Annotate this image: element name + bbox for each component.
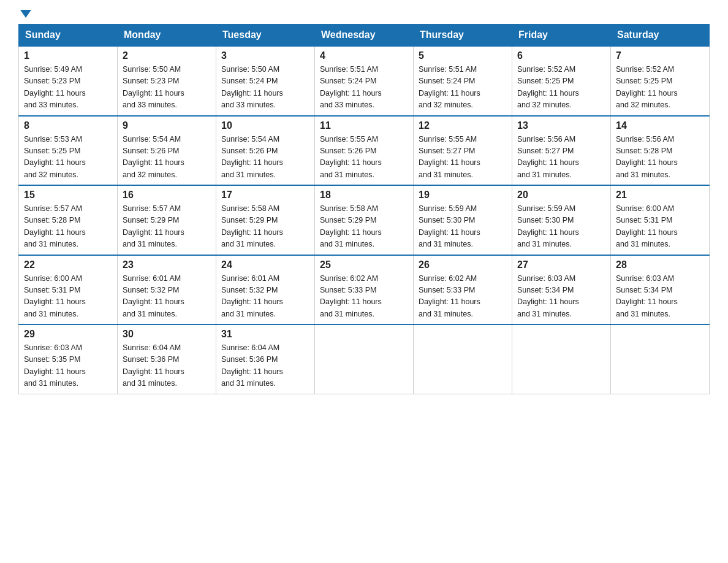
calendar-cell: 25Sunrise: 6:02 AMSunset: 5:33 PMDayligh… [315, 255, 414, 325]
day-number: 16 [123, 190, 211, 201]
day-number: 13 [517, 120, 605, 131]
day-number: 1 [24, 50, 112, 61]
day-info: Sunrise: 5:58 AMSunset: 5:29 PMDaylight:… [320, 203, 408, 251]
day-info: Sunrise: 6:04 AMSunset: 5:36 PMDaylight:… [123, 342, 211, 390]
day-info: Sunrise: 5:57 AMSunset: 5:29 PMDaylight:… [123, 203, 211, 251]
calendar-cell: 9Sunrise: 5:54 AMSunset: 5:26 PMDaylight… [118, 116, 216, 186]
weekday-header-thursday: Thursday [414, 25, 512, 47]
day-number: 14 [616, 120, 704, 131]
day-number: 3 [221, 50, 309, 61]
day-info: Sunrise: 5:51 AMSunset: 5:24 PMDaylight:… [419, 64, 507, 112]
day-info: Sunrise: 5:52 AMSunset: 5:25 PMDaylight:… [616, 64, 704, 112]
weekday-header-saturday: Saturday [611, 25, 710, 47]
calendar-cell: 16Sunrise: 5:57 AMSunset: 5:29 PMDayligh… [118, 185, 216, 255]
logo-row1 [18, 12, 31, 18]
day-number: 8 [24, 120, 112, 131]
calendar-week-2: 8Sunrise: 5:53 AMSunset: 5:25 PMDaylight… [19, 116, 710, 186]
day-number: 27 [517, 259, 605, 270]
calendar-week-5: 29Sunrise: 6:03 AMSunset: 5:35 PMDayligh… [19, 324, 710, 394]
day-info: Sunrise: 5:55 AMSunset: 5:26 PMDaylight:… [320, 134, 408, 182]
calendar-cell [414, 324, 512, 394]
day-info: Sunrise: 5:58 AMSunset: 5:29 PMDaylight:… [221, 203, 309, 251]
day-info: Sunrise: 5:57 AMSunset: 5:28 PMDaylight:… [24, 203, 112, 251]
calendar-cell [611, 324, 710, 394]
calendar-cell: 18Sunrise: 5:58 AMSunset: 5:29 PMDayligh… [315, 185, 414, 255]
day-number: 12 [419, 120, 507, 131]
calendar-cell: 7Sunrise: 5:52 AMSunset: 5:25 PMDaylight… [611, 46, 710, 116]
day-number: 11 [320, 120, 408, 131]
day-number: 19 [419, 190, 507, 201]
day-info: Sunrise: 6:03 AMSunset: 5:34 PMDaylight:… [517, 273, 605, 321]
calendar-cell: 2Sunrise: 5:50 AMSunset: 5:23 PMDaylight… [118, 46, 216, 116]
day-number: 18 [320, 190, 408, 201]
calendar-cell: 10Sunrise: 5:54 AMSunset: 5:26 PMDayligh… [216, 116, 315, 186]
day-number: 23 [123, 259, 211, 270]
day-number: 22 [24, 259, 112, 270]
day-number: 24 [221, 259, 309, 270]
day-info: Sunrise: 6:00 AMSunset: 5:31 PMDaylight:… [24, 273, 112, 321]
day-info: Sunrise: 6:02 AMSunset: 5:33 PMDaylight:… [419, 273, 507, 321]
weekday-header-tuesday: Tuesday [216, 25, 315, 47]
day-info: Sunrise: 6:03 AMSunset: 5:35 PMDaylight:… [24, 342, 112, 390]
day-number: 9 [123, 120, 211, 131]
logo [18, 12, 31, 18]
weekday-header-friday: Friday [512, 25, 611, 47]
calendar-table: SundayMondayTuesdayWednesdayThursdayFrid… [18, 24, 710, 394]
calendar-cell: 27Sunrise: 6:03 AMSunset: 5:34 PMDayligh… [512, 255, 611, 325]
calendar-cell: 21Sunrise: 6:00 AMSunset: 5:31 PMDayligh… [611, 185, 710, 255]
day-info: Sunrise: 5:50 AMSunset: 5:24 PMDaylight:… [221, 64, 309, 112]
calendar-cell: 3Sunrise: 5:50 AMSunset: 5:24 PMDaylight… [216, 46, 315, 116]
logo-triangle-icon [20, 10, 31, 18]
weekday-header-sunday: Sunday [19, 25, 118, 47]
weekday-header-wednesday: Wednesday [315, 25, 414, 47]
calendar-cell: 28Sunrise: 6:03 AMSunset: 5:34 PMDayligh… [611, 255, 710, 325]
day-info: Sunrise: 5:49 AMSunset: 5:23 PMDaylight:… [24, 64, 112, 112]
page: SundayMondayTuesdayWednesdayThursdayFrid… [0, 0, 728, 413]
day-info: Sunrise: 6:01 AMSunset: 5:32 PMDaylight:… [123, 273, 211, 321]
day-number: 29 [24, 329, 112, 340]
day-info: Sunrise: 5:55 AMSunset: 5:27 PMDaylight:… [419, 134, 507, 182]
day-number: 6 [517, 50, 605, 61]
day-number: 10 [221, 120, 309, 131]
calendar-cell: 22Sunrise: 6:00 AMSunset: 5:31 PMDayligh… [19, 255, 118, 325]
calendar-cell: 15Sunrise: 5:57 AMSunset: 5:28 PMDayligh… [19, 185, 118, 255]
day-number: 5 [419, 50, 507, 61]
calendar-cell: 6Sunrise: 5:52 AMSunset: 5:25 PMDaylight… [512, 46, 611, 116]
calendar-cell: 17Sunrise: 5:58 AMSunset: 5:29 PMDayligh… [216, 185, 315, 255]
day-info: Sunrise: 5:54 AMSunset: 5:26 PMDaylight:… [123, 134, 211, 182]
day-info: Sunrise: 6:00 AMSunset: 5:31 PMDaylight:… [616, 203, 704, 251]
day-info: Sunrise: 5:51 AMSunset: 5:24 PMDaylight:… [320, 64, 408, 112]
day-number: 15 [24, 190, 112, 201]
day-info: Sunrise: 5:56 AMSunset: 5:28 PMDaylight:… [616, 134, 704, 182]
calendar-cell: 30Sunrise: 6:04 AMSunset: 5:36 PMDayligh… [118, 324, 216, 394]
header [18, 12, 710, 18]
day-info: Sunrise: 6:02 AMSunset: 5:33 PMDaylight:… [320, 273, 408, 321]
day-number: 4 [320, 50, 408, 61]
day-info: Sunrise: 5:52 AMSunset: 5:25 PMDaylight:… [517, 64, 605, 112]
calendar-cell [512, 324, 611, 394]
day-info: Sunrise: 5:50 AMSunset: 5:23 PMDaylight:… [123, 64, 211, 112]
calendar-cell: 31Sunrise: 6:04 AMSunset: 5:36 PMDayligh… [216, 324, 315, 394]
calendar-cell: 13Sunrise: 5:56 AMSunset: 5:27 PMDayligh… [512, 116, 611, 186]
day-number: 20 [517, 190, 605, 201]
day-number: 26 [419, 259, 507, 270]
day-number: 30 [123, 329, 211, 340]
day-number: 2 [123, 50, 211, 61]
day-info: Sunrise: 5:59 AMSunset: 5:30 PMDaylight:… [419, 203, 507, 251]
day-number: 28 [616, 259, 704, 270]
day-info: Sunrise: 5:54 AMSunset: 5:26 PMDaylight:… [221, 134, 309, 182]
day-number: 21 [616, 190, 704, 201]
calendar-cell: 29Sunrise: 6:03 AMSunset: 5:35 PMDayligh… [19, 324, 118, 394]
calendar-cell: 23Sunrise: 6:01 AMSunset: 5:32 PMDayligh… [118, 255, 216, 325]
day-number: 17 [221, 190, 309, 201]
calendar-cell: 19Sunrise: 5:59 AMSunset: 5:30 PMDayligh… [414, 185, 512, 255]
calendar-cell: 5Sunrise: 5:51 AMSunset: 5:24 PMDaylight… [414, 46, 512, 116]
day-number: 25 [320, 259, 408, 270]
day-info: Sunrise: 5:53 AMSunset: 5:25 PMDaylight:… [24, 134, 112, 182]
day-info: Sunrise: 6:01 AMSunset: 5:32 PMDaylight:… [221, 273, 309, 321]
day-info: Sunrise: 5:59 AMSunset: 5:30 PMDaylight:… [517, 203, 605, 251]
calendar-cell: 4Sunrise: 5:51 AMSunset: 5:24 PMDaylight… [315, 46, 414, 116]
day-number: 31 [221, 329, 309, 340]
calendar-cell: 26Sunrise: 6:02 AMSunset: 5:33 PMDayligh… [414, 255, 512, 325]
day-info: Sunrise: 5:56 AMSunset: 5:27 PMDaylight:… [517, 134, 605, 182]
